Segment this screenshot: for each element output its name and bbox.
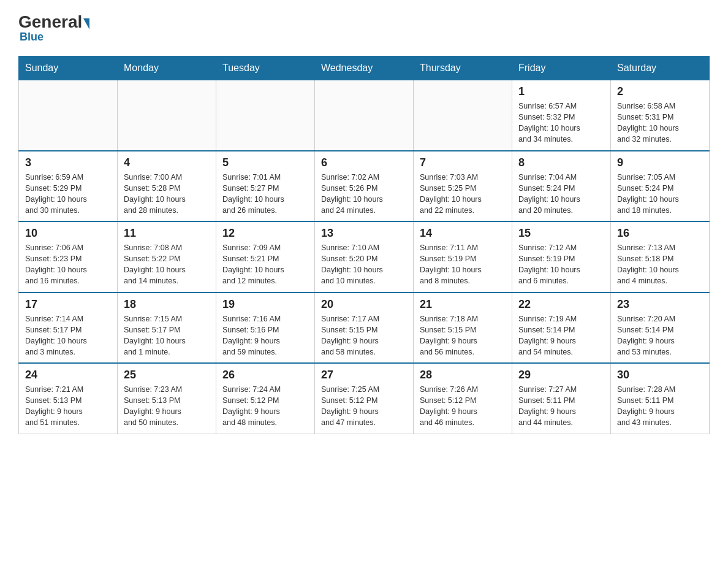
day-number: 28 xyxy=(420,369,506,381)
weekday-header-sunday: Sunday xyxy=(19,56,118,80)
calendar-week-row-3: 10Sunrise: 7:06 AM Sunset: 5:23 PM Dayli… xyxy=(19,221,710,293)
calendar-cell: 14Sunrise: 7:11 AM Sunset: 5:19 PM Dayli… xyxy=(414,221,512,293)
logo-triangle-icon xyxy=(83,18,89,29)
day-info: Sunrise: 7:26 AM Sunset: 5:12 PM Dayligh… xyxy=(420,384,506,429)
day-info: Sunrise: 7:21 AM Sunset: 5:13 PM Dayligh… xyxy=(25,384,111,429)
day-number: 10 xyxy=(25,227,111,240)
weekday-header-row: SundayMondayTuesdayWednesdayThursdayFrid… xyxy=(19,56,710,80)
day-number: 16 xyxy=(617,227,703,240)
calendar-table: SundayMondayTuesdayWednesdayThursdayFrid… xyxy=(18,56,710,434)
day-info: Sunrise: 7:04 AM Sunset: 5:24 PM Dayligh… xyxy=(518,172,604,216)
day-number: 3 xyxy=(25,156,111,169)
calendar-cell: 19Sunrise: 7:16 AM Sunset: 5:16 PM Dayli… xyxy=(216,293,315,364)
day-info: Sunrise: 7:02 AM Sunset: 5:26 PM Dayligh… xyxy=(321,172,407,216)
calendar-cell: 9Sunrise: 7:05 AM Sunset: 5:24 PM Daylig… xyxy=(611,151,710,222)
calendar-cell: 18Sunrise: 7:15 AM Sunset: 5:17 PM Dayli… xyxy=(118,293,216,364)
weekday-header-friday: Friday xyxy=(512,56,611,80)
calendar-cell: 8Sunrise: 7:04 AM Sunset: 5:24 PM Daylig… xyxy=(512,151,611,222)
calendar-cell: 7Sunrise: 7:03 AM Sunset: 5:25 PM Daylig… xyxy=(414,151,512,222)
day-number: 11 xyxy=(124,227,210,240)
calendar-cell: 21Sunrise: 7:18 AM Sunset: 5:15 PM Dayli… xyxy=(414,293,512,364)
day-number: 22 xyxy=(518,298,604,311)
day-number: 24 xyxy=(25,369,111,381)
day-number: 5 xyxy=(222,156,308,169)
day-number: 2 xyxy=(617,85,703,98)
calendar-cell: 30Sunrise: 7:28 AM Sunset: 5:11 PM Dayli… xyxy=(611,363,710,434)
calendar-cell: 25Sunrise: 7:23 AM Sunset: 5:13 PM Dayli… xyxy=(118,363,216,434)
day-number: 1 xyxy=(518,85,604,98)
day-number: 12 xyxy=(222,227,308,240)
day-number: 7 xyxy=(420,156,506,169)
calendar-cell: 5Sunrise: 7:01 AM Sunset: 5:27 PM Daylig… xyxy=(216,151,315,222)
calendar-cell: 20Sunrise: 7:17 AM Sunset: 5:15 PM Dayli… xyxy=(315,293,414,364)
day-number: 13 xyxy=(321,227,407,240)
day-info: Sunrise: 7:28 AM Sunset: 5:11 PM Dayligh… xyxy=(617,384,703,429)
calendar-cell: 24Sunrise: 7:21 AM Sunset: 5:13 PM Dayli… xyxy=(19,363,118,434)
day-number: 8 xyxy=(518,156,604,169)
calendar-cell: 4Sunrise: 7:00 AM Sunset: 5:28 PM Daylig… xyxy=(118,151,216,222)
weekday-header-thursday: Thursday xyxy=(414,56,512,80)
day-info: Sunrise: 7:19 AM Sunset: 5:14 PM Dayligh… xyxy=(518,313,604,358)
weekday-header-saturday: Saturday xyxy=(611,56,710,80)
calendar-cell: 3Sunrise: 6:59 AM Sunset: 5:29 PM Daylig… xyxy=(19,151,118,222)
weekday-header-wednesday: Wednesday xyxy=(315,56,414,80)
calendar-cell: 6Sunrise: 7:02 AM Sunset: 5:26 PM Daylig… xyxy=(315,151,414,222)
day-number: 9 xyxy=(617,156,703,169)
day-info: Sunrise: 7:17 AM Sunset: 5:15 PM Dayligh… xyxy=(321,313,407,358)
day-info: Sunrise: 6:58 AM Sunset: 5:31 PM Dayligh… xyxy=(617,101,703,145)
calendar-cell xyxy=(118,80,216,151)
day-number: 20 xyxy=(321,298,407,311)
calendar-cell xyxy=(19,80,118,151)
logo-blue-text: Blue xyxy=(20,31,91,44)
page-header: General Blue xyxy=(18,12,710,44)
logo: General Blue xyxy=(18,12,91,44)
day-number: 6 xyxy=(321,156,407,169)
day-info: Sunrise: 7:06 AM Sunset: 5:23 PM Dayligh… xyxy=(25,242,111,287)
day-number: 19 xyxy=(222,298,308,311)
calendar-cell: 29Sunrise: 7:27 AM Sunset: 5:11 PM Dayli… xyxy=(512,363,611,434)
calendar-cell xyxy=(315,80,414,151)
day-info: Sunrise: 7:08 AM Sunset: 5:22 PM Dayligh… xyxy=(124,242,210,287)
day-number: 17 xyxy=(25,298,111,311)
calendar-cell: 26Sunrise: 7:24 AM Sunset: 5:12 PM Dayli… xyxy=(216,363,315,434)
day-number: 29 xyxy=(518,369,604,381)
day-number: 27 xyxy=(321,369,407,381)
calendar-cell: 28Sunrise: 7:26 AM Sunset: 5:12 PM Dayli… xyxy=(414,363,512,434)
calendar-week-row-2: 3Sunrise: 6:59 AM Sunset: 5:29 PM Daylig… xyxy=(19,151,710,222)
day-info: Sunrise: 7:24 AM Sunset: 5:12 PM Dayligh… xyxy=(222,384,308,429)
calendar-cell: 22Sunrise: 7:19 AM Sunset: 5:14 PM Dayli… xyxy=(512,293,611,364)
day-number: 15 xyxy=(518,227,604,240)
day-number: 18 xyxy=(124,298,210,311)
day-info: Sunrise: 7:23 AM Sunset: 5:13 PM Dayligh… xyxy=(124,384,210,429)
day-number: 30 xyxy=(617,369,703,381)
day-info: Sunrise: 7:15 AM Sunset: 5:17 PM Dayligh… xyxy=(124,313,210,358)
calendar-cell: 12Sunrise: 7:09 AM Sunset: 5:21 PM Dayli… xyxy=(216,221,315,293)
day-info: Sunrise: 7:10 AM Sunset: 5:20 PM Dayligh… xyxy=(321,242,407,287)
calendar-cell: 1Sunrise: 6:57 AM Sunset: 5:32 PM Daylig… xyxy=(512,80,611,151)
day-info: Sunrise: 6:57 AM Sunset: 5:32 PM Dayligh… xyxy=(518,101,604,145)
day-info: Sunrise: 7:01 AM Sunset: 5:27 PM Dayligh… xyxy=(222,172,308,216)
day-info: Sunrise: 7:16 AM Sunset: 5:16 PM Dayligh… xyxy=(222,313,308,358)
day-info: Sunrise: 7:09 AM Sunset: 5:21 PM Dayligh… xyxy=(222,242,308,287)
day-info: Sunrise: 7:03 AM Sunset: 5:25 PM Dayligh… xyxy=(420,172,506,216)
day-info: Sunrise: 6:59 AM Sunset: 5:29 PM Dayligh… xyxy=(25,172,111,216)
calendar-cell: 15Sunrise: 7:12 AM Sunset: 5:19 PM Dayli… xyxy=(512,221,611,293)
calendar-cell: 2Sunrise: 6:58 AM Sunset: 5:31 PM Daylig… xyxy=(611,80,710,151)
day-info: Sunrise: 7:14 AM Sunset: 5:17 PM Dayligh… xyxy=(25,313,111,358)
calendar-cell: 17Sunrise: 7:14 AM Sunset: 5:17 PM Dayli… xyxy=(19,293,118,364)
day-info: Sunrise: 7:05 AM Sunset: 5:24 PM Dayligh… xyxy=(617,172,703,216)
calendar-cell: 16Sunrise: 7:13 AM Sunset: 5:18 PM Dayli… xyxy=(611,221,710,293)
day-number: 23 xyxy=(617,298,703,311)
day-info: Sunrise: 7:20 AM Sunset: 5:14 PM Dayligh… xyxy=(617,313,703,358)
calendar-cell: 13Sunrise: 7:10 AM Sunset: 5:20 PM Dayli… xyxy=(315,221,414,293)
day-info: Sunrise: 7:13 AM Sunset: 5:18 PM Dayligh… xyxy=(617,242,703,287)
calendar-week-row-5: 24Sunrise: 7:21 AM Sunset: 5:13 PM Dayli… xyxy=(19,363,710,434)
day-number: 21 xyxy=(420,298,506,311)
day-info: Sunrise: 7:18 AM Sunset: 5:15 PM Dayligh… xyxy=(420,313,506,358)
calendar-week-row-4: 17Sunrise: 7:14 AM Sunset: 5:17 PM Dayli… xyxy=(19,293,710,364)
calendar-cell: 11Sunrise: 7:08 AM Sunset: 5:22 PM Dayli… xyxy=(118,221,216,293)
weekday-header-monday: Monday xyxy=(118,56,216,80)
weekday-header-tuesday: Tuesday xyxy=(216,56,315,80)
logo-general-text: General xyxy=(18,12,82,32)
day-info: Sunrise: 7:00 AM Sunset: 5:28 PM Dayligh… xyxy=(124,172,210,216)
